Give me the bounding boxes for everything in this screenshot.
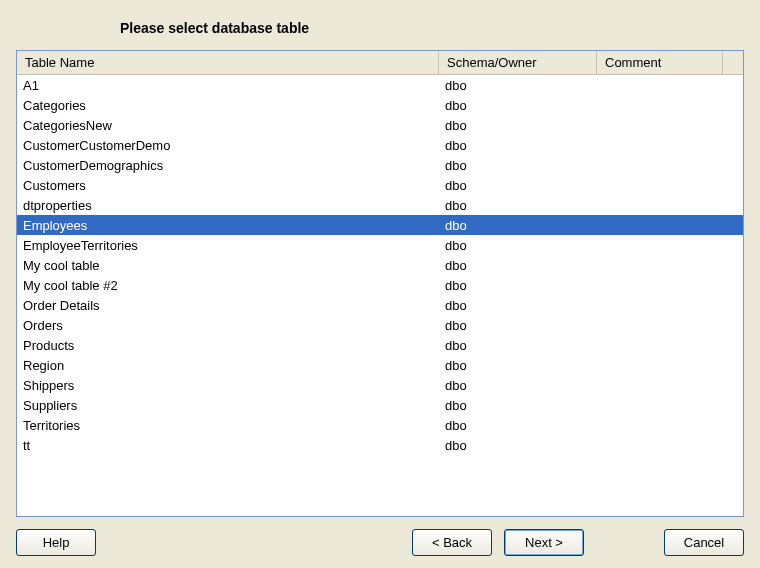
table-row[interactable]: Shippersdbo bbox=[17, 375, 743, 395]
cell-table-name: dtproperties bbox=[17, 197, 439, 214]
cell-schema: dbo bbox=[439, 277, 597, 294]
cell-table-name: Shippers bbox=[17, 377, 439, 394]
cell-table-name: tt bbox=[17, 437, 439, 454]
table-row[interactable]: A1dbo bbox=[17, 75, 743, 95]
cell-table-name: Categories bbox=[17, 97, 439, 114]
cell-table-name: Customers bbox=[17, 177, 439, 194]
cell-table-name: Products bbox=[17, 337, 439, 354]
cell-schema: dbo bbox=[439, 357, 597, 374]
table-row[interactable]: CustomerCustomerDemodbo bbox=[17, 135, 743, 155]
table-row[interactable]: Territoriesdbo bbox=[17, 415, 743, 435]
cell-schema: dbo bbox=[439, 237, 597, 254]
cell-comment bbox=[597, 404, 743, 406]
cell-schema: dbo bbox=[439, 337, 597, 354]
table-row[interactable]: Employeesdbo bbox=[17, 215, 743, 235]
cell-schema: dbo bbox=[439, 137, 597, 154]
cell-schema: dbo bbox=[439, 257, 597, 274]
cell-comment bbox=[597, 304, 743, 306]
cell-schema: dbo bbox=[439, 297, 597, 314]
cell-comment bbox=[597, 184, 743, 186]
cell-table-name: Region bbox=[17, 357, 439, 374]
cell-table-name: Territories bbox=[17, 417, 439, 434]
cell-table-name: CustomerCustomerDemo bbox=[17, 137, 439, 154]
back-button[interactable]: < Back bbox=[412, 529, 492, 556]
cell-comment bbox=[597, 344, 743, 346]
table-row[interactable]: Ordersdbo bbox=[17, 315, 743, 335]
cell-comment bbox=[597, 364, 743, 366]
column-header-name[interactable]: Table Name bbox=[17, 51, 439, 74]
button-bar: Help < Back Next > Cancel bbox=[8, 517, 752, 560]
table-row[interactable]: Order Detailsdbo bbox=[17, 295, 743, 315]
table-row[interactable]: CustomerDemographicsdbo bbox=[17, 155, 743, 175]
cell-comment bbox=[597, 224, 743, 226]
cell-schema: dbo bbox=[439, 417, 597, 434]
cell-schema: dbo bbox=[439, 157, 597, 174]
cell-schema: dbo bbox=[439, 377, 597, 394]
cell-comment bbox=[597, 424, 743, 426]
cell-schema: dbo bbox=[439, 97, 597, 114]
table-row[interactable]: Productsdbo bbox=[17, 335, 743, 355]
cell-comment bbox=[597, 284, 743, 286]
cell-comment bbox=[597, 444, 743, 446]
cell-schema: dbo bbox=[439, 177, 597, 194]
cell-comment bbox=[597, 204, 743, 206]
cell-schema: dbo bbox=[439, 197, 597, 214]
next-button[interactable]: Next > bbox=[504, 529, 584, 556]
column-header-schema[interactable]: Schema/Owner bbox=[439, 51, 597, 74]
table-row[interactable]: My cool tabledbo bbox=[17, 255, 743, 275]
table-row[interactable]: Customersdbo bbox=[17, 175, 743, 195]
cell-schema: dbo bbox=[439, 117, 597, 134]
cell-table-name: Orders bbox=[17, 317, 439, 334]
table-body: A1dboCategoriesdboCategoriesNewdboCustom… bbox=[17, 75, 743, 455]
cell-table-name: Suppliers bbox=[17, 397, 439, 414]
cell-table-name: A1 bbox=[17, 77, 439, 94]
table-row[interactable]: Regiondbo bbox=[17, 355, 743, 375]
table-row[interactable]: EmployeeTerritoriesdbo bbox=[17, 235, 743, 255]
cell-schema: dbo bbox=[439, 317, 597, 334]
cell-comment bbox=[597, 144, 743, 146]
cell-schema: dbo bbox=[439, 217, 597, 234]
cell-comment bbox=[597, 324, 743, 326]
cell-comment bbox=[597, 124, 743, 126]
table-row[interactable]: ttdbo bbox=[17, 435, 743, 455]
cell-table-name: CategoriesNew bbox=[17, 117, 439, 134]
cell-comment bbox=[597, 384, 743, 386]
cell-comment bbox=[597, 264, 743, 266]
cell-comment bbox=[597, 84, 743, 86]
table-row[interactable]: My cool table #2dbo bbox=[17, 275, 743, 295]
help-button[interactable]: Help bbox=[16, 529, 96, 556]
table-row[interactable]: Categoriesdbo bbox=[17, 95, 743, 115]
table-row[interactable]: Suppliersdbo bbox=[17, 395, 743, 415]
table-row[interactable]: dtpropertiesdbo bbox=[17, 195, 743, 215]
cell-table-name: My cool table #2 bbox=[17, 277, 439, 294]
cell-schema: dbo bbox=[439, 77, 597, 94]
table-container: Table Name Schema/Owner Comment A1dboCat… bbox=[16, 50, 744, 517]
cell-schema: dbo bbox=[439, 437, 597, 454]
cell-schema: dbo bbox=[439, 397, 597, 414]
cell-table-name: CustomerDemographics bbox=[17, 157, 439, 174]
dialog-title: Please select database table bbox=[120, 20, 752, 36]
column-header-comment[interactable]: Comment bbox=[597, 51, 723, 74]
cell-table-name: My cool table bbox=[17, 257, 439, 274]
cell-table-name: Employees bbox=[17, 217, 439, 234]
cancel-button[interactable]: Cancel bbox=[664, 529, 744, 556]
column-header-end bbox=[723, 51, 743, 74]
table-header: Table Name Schema/Owner Comment bbox=[17, 51, 743, 75]
cell-table-name: EmployeeTerritories bbox=[17, 237, 439, 254]
cell-comment bbox=[597, 164, 743, 166]
dialog: Please select database table Table Name … bbox=[0, 0, 760, 568]
cell-comment bbox=[597, 244, 743, 246]
table-row[interactable]: CategoriesNewdbo bbox=[17, 115, 743, 135]
cell-table-name: Order Details bbox=[17, 297, 439, 314]
cell-comment bbox=[597, 104, 743, 106]
